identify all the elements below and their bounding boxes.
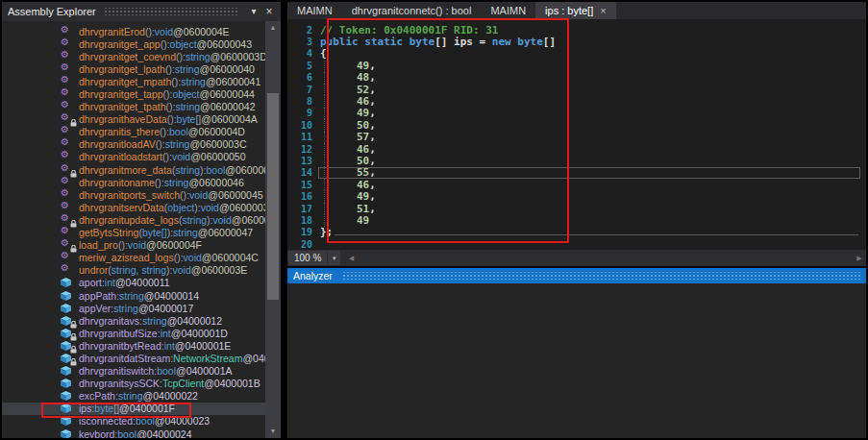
tree-item-dhrvgranitoname[interactable]: ⚙dhrvgranitoname() : string @06000046: [2, 176, 265, 188]
indent-guide: [324, 203, 325, 214]
scroll-right-icon[interactable]: ▶: [853, 251, 866, 265]
line-number: 10: [287, 120, 320, 131]
field-icon: [61, 277, 73, 288]
line-number: 12: [287, 144, 320, 155]
code-line-7: 752,: [287, 84, 866, 95]
tree-item-appVer[interactable]: appVer : string @04000017: [2, 302, 265, 314]
field-icon: [61, 378, 73, 389]
code-line-3: 3public static byte[] ips = new byte[]: [287, 36, 866, 47]
line-number: 20: [287, 239, 320, 250]
tab-4-ips-byte-[interactable]: ips : byte[]×: [535, 2, 616, 19]
code-line-8: 846,: [287, 95, 866, 107]
tree-item-dhrvgranitiswitch[interactable]: dhrvgranitiswitch : bool @0400001A: [2, 365, 265, 378]
code-line-9: 949,: [287, 108, 866, 119]
tree-item-dhrvgranitget_tapp[interactable]: ⚙dhrvgranitget_tapp() : object @06000044: [2, 87, 265, 100]
tree-item-excPath[interactable]: excPath : string @04000022: [2, 390, 265, 403]
tree-item-appPath[interactable]: appPath : string @04000014: [2, 289, 265, 302]
tree-item-dhrvgranithaveData[interactable]: ⚙dhrvgranithaveData() : byte[] @0600004A: [2, 113, 265, 126]
tree-item-dhrvgranitErod[interactable]: ⚙dhrvgranitErod() : void @0600004E: [2, 25, 265, 37]
tab-1-maimn[interactable]: MAIMN: [287, 2, 342, 19]
field-icon: [61, 365, 73, 377]
tree-item-dhrvgranitmore_data[interactable]: ⚙dhrvgranitmore_data(string) : bool @060…: [2, 163, 265, 176]
tree-item-dhrvgranitbytRead[interactable]: dhrvgranitbytRead : int @0400001E: [2, 339, 265, 352]
indent-guide: [324, 84, 325, 95]
tree-item-undror[interactable]: ⚙undror(string, string) : void @0600003E: [2, 264, 265, 277]
titlebar-grip-texture: [104, 8, 238, 15]
line-number: 16: [287, 191, 320, 202]
tree-item-dhrvgranitis_there[interactable]: ⚙dhrvgranitis_there() : bool @0600004D: [2, 126, 265, 138]
code-editor[interactable]: 2// Token: 0x0400001F RID: 313public sta…: [287, 19, 866, 250]
tree-item-dhrvgranitservData[interactable]: ⚙dhrvgranitservData(object) : void @0600…: [2, 201, 265, 213]
indent-guide: [324, 155, 325, 166]
field-icon: [61, 428, 73, 438]
tree-item-dhrvgranitsysSCK[interactable]: dhrvgranitsysSCK : TcpClient @0400001B: [2, 378, 265, 390]
code-line-2: 2// Token: 0x0400001F RID: 31: [287, 24, 866, 36]
indent-guide: [324, 132, 325, 143]
code-line-17: 1751,: [287, 203, 866, 214]
field-icon: [61, 390, 73, 402]
tree-item-dhrvgranitdatStream[interactable]: dhrvgranitdatStream : NetworkStream @040…: [2, 352, 265, 364]
tree-item-dhrvgranitloadAV[interactable]: ⚙dhrvgranitloadAV() : string @0600003C: [2, 138, 265, 151]
line-number: 19: [287, 227, 320, 237]
line-number: 4: [287, 48, 320, 59]
indent-guide: [324, 119, 325, 131]
tab-3-maimn[interactable]: MAIMN: [481, 2, 535, 19]
tree-item-dhrvgranitget_mpath[interactable]: ⚙dhrvgranitget_mpath() : string @0600004…: [2, 75, 265, 87]
indent-guide: [324, 179, 325, 190]
tree-item-getBytsString[interactable]: ⚙getBytsString(byte[]) : string @0600004…: [2, 227, 265, 239]
scroll-up-icon[interactable]: ▲: [265, 21, 281, 35]
indent-guide: [324, 95, 325, 107]
indent-guide: [324, 72, 325, 84]
field-icon: [61, 290, 73, 302]
tree-item-meriw_azisread_logs[interactable]: ⚙meriw_azisread_logs() : void @0600004C: [2, 252, 265, 264]
line-number: 2: [287, 25, 320, 36]
document-tabbar: MAIMNdhrvgranitconnetc() : boolMAIMNips …: [287, 2, 866, 19]
scroll-down-icon[interactable]: ▼: [265, 425, 281, 438]
line-number: 15: [287, 180, 320, 190]
field-icon: [61, 403, 73, 414]
assembly-tree[interactable]: ⚙dhrvgranitErod() : void @0600004E⚙dhrvg…: [2, 21, 265, 438]
document-panel: MAIMNdhrvgranitconnetc() : boolMAIMNips …: [287, 2, 866, 438]
tree-vertical-scrollbar[interactable]: ▲ ▼: [265, 21, 281, 438]
tree-item-dhrvgranitget_lpath[interactable]: ⚙dhrvgranitget_lpath() : string @0600004…: [2, 62, 265, 75]
tree-item-dhrvgranitports_switch[interactable]: ⚙dhrvgranitports_switch() : void @060000…: [2, 188, 265, 201]
analyzer-title: Analyzer: [293, 270, 333, 281]
analyzer-header[interactable]: Analyzer: [287, 268, 866, 283]
tree-item-dhrvgranitget_app[interactable]: ⚙dhrvgranitget_app() : object @06000043: [2, 37, 265, 50]
analyzer-grip-texture: [342, 272, 860, 280]
tree-item-dhrvgranitget_coevnd[interactable]: ⚙dhrvgranitget_coevnd() : string @060000…: [2, 50, 265, 62]
scroll-left-icon[interactable]: ◀: [344, 251, 358, 265]
code-line-13: 1350,: [287, 155, 866, 166]
tree-item-dhrvgranitbufSize[interactable]: dhrvgranitbufSize : int @0400001D: [2, 327, 265, 339]
indent-guide: [324, 108, 325, 119]
tree-item-isconnected[interactable]: isconnected : bool @04000023: [2, 415, 265, 428]
assembly-explorer-titlebar[interactable]: Assembly Explorer ▾ ×: [2, 2, 281, 21]
code-line-6: 648,: [287, 72, 866, 84]
tree-item-dhrvgranitupdate_logs[interactable]: ⚙dhrvgranitupdate_logs(string) : void @0…: [2, 213, 265, 226]
tree-item-dhrvgranitget_tpath[interactable]: ⚙dhrvgranitget_tpath() : string @0600004…: [2, 101, 265, 113]
line-number: 13: [287, 156, 320, 166]
tree-scrollbar-thumb[interactable]: [267, 93, 279, 300]
indent-guide: [324, 143, 325, 155]
panel-title: Assembly Explorer: [8, 6, 96, 17]
assembly-explorer-panel: Assembly Explorer ▾ × ⚙dhrvgranitErod() …: [2, 2, 281, 438]
tree-item-dhrvgranitloadstart[interactable]: ⚙dhrvgranitloadstart() : void @06000050: [2, 151, 265, 163]
indent-guide: [324, 190, 325, 202]
line-number: 3: [287, 37, 320, 47]
tree-item-aport[interactable]: aport : int @04000011: [2, 277, 265, 289]
tab-2-dhrvgranitconnetc-bool[interactable]: dhrvgranitconnetc() : bool: [342, 2, 482, 19]
tree-item-load_pro[interactable]: ⚙load_pro() : void @0600004F: [2, 239, 265, 252]
tree-item-dhrvgranitavs[interactable]: dhrvgranitavs : string @04000012: [2, 314, 265, 327]
editor-horizontal-scrollbar[interactable]: ◀ ▶: [344, 251, 866, 265]
analyzer-body: [287, 283, 866, 438]
panel-menu-icon[interactable]: ▾: [246, 4, 261, 19]
editor-bottombar: 100 % ▾ ◀ ▶: [287, 250, 866, 266]
panel-close-icon[interactable]: ×: [261, 4, 277, 19]
field-icon: [61, 315, 73, 327]
zoom-level[interactable]: 100 %: [288, 251, 327, 265]
tab-close-icon[interactable]: ×: [600, 6, 606, 16]
zoom-dropdown-icon[interactable]: ▾: [328, 251, 340, 265]
tree-item-ips[interactable]: ips : byte[] @0400001F: [2, 403, 265, 415]
indent-guide: [324, 60, 325, 71]
tree-item-keybord[interactable]: keybord : bool @04000024: [2, 428, 265, 438]
